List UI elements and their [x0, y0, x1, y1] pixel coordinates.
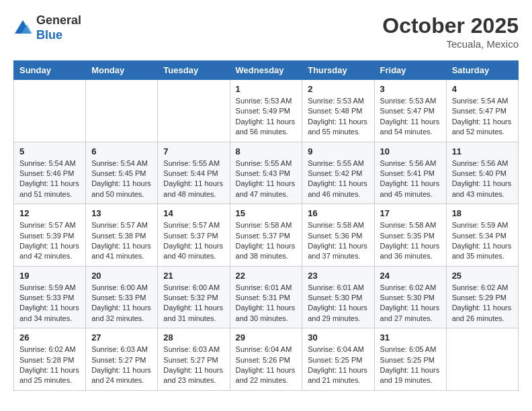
day-number: 21 — [163, 271, 224, 281]
logo-icon — [13, 19, 32, 38]
weekday-header: Saturday — [446, 61, 518, 80]
day-info: Sunrise: 6:02 AM Sunset: 5:29 PM Dayligh… — [452, 283, 513, 324]
calendar-cell: 17Sunrise: 5:58 AM Sunset: 5:35 PM Dayli… — [374, 204, 446, 267]
logo-general: General — [36, 13, 81, 27]
calendar-cell: 23Sunrise: 6:01 AM Sunset: 5:30 PM Dayli… — [302, 266, 374, 328]
day-info: Sunrise: 6:02 AM Sunset: 5:30 PM Dayligh… — [380, 283, 441, 324]
day-number: 5 — [19, 146, 80, 156]
day-number: 14 — [163, 208, 224, 218]
day-info: Sunrise: 5:53 AM Sunset: 5:48 PM Dayligh… — [308, 96, 368, 138]
day-number: 30 — [308, 332, 368, 342]
calendar-cell — [158, 80, 230, 142]
month-title: October 2025 — [382, 13, 519, 38]
calendar-cell: 8Sunrise: 5:55 AM Sunset: 5:43 PM Daylig… — [230, 142, 302, 204]
day-number: 31 — [380, 332, 441, 342]
day-number: 3 — [380, 84, 441, 94]
weekday-header: Thursday — [302, 61, 374, 80]
day-number: 11 — [452, 146, 513, 156]
day-info: Sunrise: 5:55 AM Sunset: 5:44 PM Dayligh… — [163, 158, 224, 200]
calendar-cell: 26Sunrise: 6:02 AM Sunset: 5:28 PM Dayli… — [14, 328, 86, 391]
day-number: 18 — [452, 208, 513, 218]
calendar-cell: 5Sunrise: 5:54 AM Sunset: 5:46 PM Daylig… — [14, 142, 86, 204]
day-info: Sunrise: 5:56 AM Sunset: 5:41 PM Dayligh… — [380, 158, 441, 200]
weekday-header: Monday — [86, 61, 158, 80]
day-info: Sunrise: 5:58 AM Sunset: 5:36 PM Dayligh… — [308, 220, 368, 262]
day-info: Sunrise: 5:56 AM Sunset: 5:40 PM Dayligh… — [452, 158, 513, 200]
day-info: Sunrise: 6:05 AM Sunset: 5:25 PM Dayligh… — [380, 345, 441, 386]
logo: General Blue — [13, 13, 81, 42]
day-number: 9 — [308, 146, 368, 156]
location: Tecuala, Mexico — [382, 38, 519, 50]
calendar-cell: 13Sunrise: 5:57 AM Sunset: 5:38 PM Dayli… — [86, 204, 158, 267]
day-info: Sunrise: 6:01 AM Sunset: 5:30 PM Dayligh… — [308, 283, 368, 324]
day-info: Sunrise: 6:04 AM Sunset: 5:26 PM Dayligh… — [236, 345, 297, 386]
title-block: October 2025 Tecuala, Mexico — [382, 13, 519, 50]
calendar-cell — [86, 80, 158, 142]
calendar-cell — [14, 80, 86, 142]
day-info: Sunrise: 5:55 AM Sunset: 5:43 PM Dayligh… — [236, 158, 297, 200]
day-number: 19 — [19, 271, 80, 281]
calendar-week-row: 26Sunrise: 6:02 AM Sunset: 5:28 PM Dayli… — [14, 328, 519, 391]
calendar-cell: 10Sunrise: 5:56 AM Sunset: 5:41 PM Dayli… — [374, 142, 446, 204]
calendar-cell: 28Sunrise: 6:03 AM Sunset: 5:27 PM Dayli… — [158, 328, 230, 391]
calendar-cell: 4Sunrise: 5:54 AM Sunset: 5:47 PM Daylig… — [446, 80, 518, 142]
calendar-cell: 7Sunrise: 5:55 AM Sunset: 5:44 PM Daylig… — [158, 142, 230, 204]
calendar-cell: 2Sunrise: 5:53 AM Sunset: 5:48 PM Daylig… — [302, 80, 374, 142]
day-number: 26 — [19, 332, 80, 342]
day-number: 23 — [308, 271, 368, 281]
day-info: Sunrise: 5:54 AM Sunset: 5:47 PM Dayligh… — [452, 96, 513, 138]
weekday-header: Wednesday — [230, 61, 302, 80]
weekday-header: Friday — [374, 61, 446, 80]
calendar-cell: 31Sunrise: 6:05 AM Sunset: 5:25 PM Dayli… — [374, 328, 446, 391]
day-info: Sunrise: 5:53 AM Sunset: 5:47 PM Dayligh… — [380, 96, 441, 138]
weekday-header: Sunday — [14, 61, 86, 80]
day-info: Sunrise: 6:01 AM Sunset: 5:31 PM Dayligh… — [236, 283, 297, 324]
calendar-cell: 27Sunrise: 6:03 AM Sunset: 5:27 PM Dayli… — [86, 328, 158, 391]
day-number: 24 — [380, 271, 441, 281]
day-number: 1 — [236, 84, 297, 94]
day-info: Sunrise: 5:54 AM Sunset: 5:45 PM Dayligh… — [91, 158, 152, 200]
day-number: 2 — [308, 84, 368, 94]
day-info: Sunrise: 6:04 AM Sunset: 5:25 PM Dayligh… — [308, 345, 368, 386]
day-info: Sunrise: 5:57 AM Sunset: 5:38 PM Dayligh… — [91, 220, 152, 262]
weekday-header: Tuesday — [158, 61, 230, 80]
day-info: Sunrise: 5:57 AM Sunset: 5:37 PM Dayligh… — [163, 220, 224, 262]
day-number: 13 — [91, 208, 152, 218]
calendar-cell: 11Sunrise: 5:56 AM Sunset: 5:40 PM Dayli… — [446, 142, 518, 204]
logo-blue: Blue — [36, 28, 62, 42]
calendar-cell: 14Sunrise: 5:57 AM Sunset: 5:37 PM Dayli… — [158, 204, 230, 267]
day-number: 16 — [308, 208, 368, 218]
calendar-cell: 3Sunrise: 5:53 AM Sunset: 5:47 PM Daylig… — [374, 80, 446, 142]
calendar-cell: 30Sunrise: 6:04 AM Sunset: 5:25 PM Dayli… — [302, 328, 374, 391]
day-info: Sunrise: 6:00 AM Sunset: 5:33 PM Dayligh… — [91, 283, 152, 324]
day-number: 17 — [380, 208, 441, 218]
day-number: 22 — [236, 271, 297, 281]
day-number: 7 — [163, 146, 224, 156]
calendar-cell: 1Sunrise: 5:53 AM Sunset: 5:49 PM Daylig… — [230, 80, 302, 142]
weekday-header-row: SundayMondayTuesdayWednesdayThursdayFrid… — [14, 61, 519, 80]
calendar-cell: 9Sunrise: 5:55 AM Sunset: 5:42 PM Daylig… — [302, 142, 374, 204]
day-info: Sunrise: 6:03 AM Sunset: 5:27 PM Dayligh… — [91, 345, 152, 386]
calendar-cell: 29Sunrise: 6:04 AM Sunset: 5:26 PM Dayli… — [230, 328, 302, 391]
calendar-cell: 19Sunrise: 5:59 AM Sunset: 5:33 PM Dayli… — [14, 266, 86, 328]
day-number: 10 — [380, 146, 441, 156]
calendar-cell: 25Sunrise: 6:02 AM Sunset: 5:29 PM Dayli… — [446, 266, 518, 328]
calendar-cell — [446, 328, 518, 391]
calendar: SundayMondayTuesdayWednesdayThursdayFrid… — [13, 60, 519, 391]
day-number: 8 — [236, 146, 297, 156]
calendar-week-row: 1Sunrise: 5:53 AM Sunset: 5:49 PM Daylig… — [14, 80, 519, 142]
calendar-cell: 24Sunrise: 6:02 AM Sunset: 5:30 PM Dayli… — [374, 266, 446, 328]
day-number: 29 — [236, 332, 297, 342]
calendar-cell: 20Sunrise: 6:00 AM Sunset: 5:33 PM Dayli… — [86, 266, 158, 328]
calendar-cell: 16Sunrise: 5:58 AM Sunset: 5:36 PM Dayli… — [302, 204, 374, 267]
day-number: 15 — [236, 208, 297, 218]
day-info: Sunrise: 5:58 AM Sunset: 5:35 PM Dayligh… — [380, 220, 441, 262]
day-number: 20 — [91, 271, 152, 281]
day-number: 6 — [91, 146, 152, 156]
day-number: 12 — [19, 208, 80, 218]
day-number: 27 — [91, 332, 152, 342]
calendar-cell: 6Sunrise: 5:54 AM Sunset: 5:45 PM Daylig… — [86, 142, 158, 204]
day-info: Sunrise: 5:54 AM Sunset: 5:46 PM Dayligh… — [19, 158, 80, 200]
day-info: Sunrise: 5:57 AM Sunset: 5:39 PM Dayligh… — [19, 220, 80, 262]
calendar-week-row: 5Sunrise: 5:54 AM Sunset: 5:46 PM Daylig… — [14, 142, 519, 204]
